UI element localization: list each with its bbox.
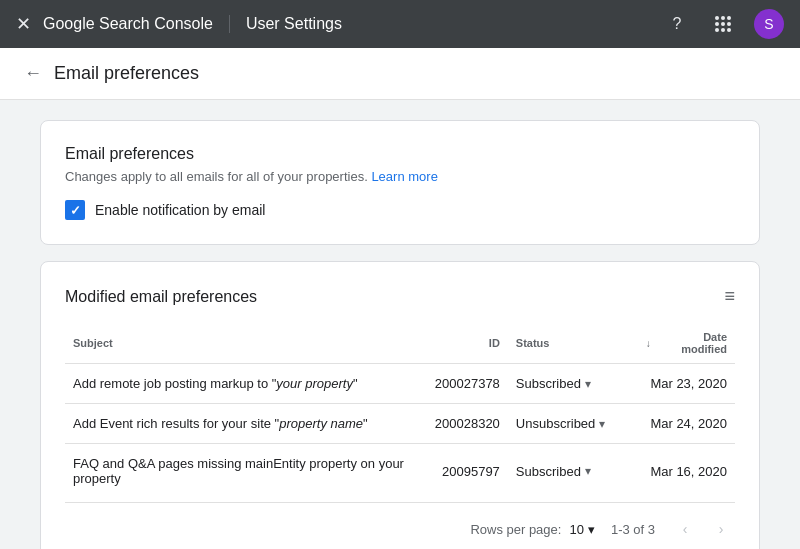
rows-per-page-select[interactable]: 10 ▾ [569, 522, 594, 537]
grid-icon [715, 16, 731, 32]
cell-date: Mar 16, 2020 [638, 444, 735, 499]
cell-status: Subscribed▾ [508, 444, 638, 499]
cell-date: Mar 24, 2020 [638, 404, 735, 444]
page-navigation: ‹ › [671, 515, 735, 543]
status-text: Subscribed [516, 376, 581, 391]
status-text: Subscribed [516, 464, 581, 479]
sub-header-title: Email preferences [54, 63, 199, 84]
status-dropdown[interactable]: Subscribed▾ [516, 464, 630, 479]
col-status: Status [508, 323, 638, 364]
subtitle-text: Changes apply to all emails for all of y… [65, 169, 368, 184]
back-button[interactable]: ← [24, 63, 42, 84]
cell-status: Subscribed▾ [508, 364, 638, 404]
notification-checkbox[interactable] [65, 200, 85, 220]
logo-text: Google Search Console [43, 15, 213, 33]
table-row: Add Event rich results for your site "pr… [65, 404, 735, 444]
email-preferences-card: Email preferences Changes apply to all e… [40, 120, 760, 245]
status-dropdown[interactable]: Subscribed▾ [516, 376, 630, 391]
cell-status: Unsubscribed▾ [508, 404, 638, 444]
next-page-button[interactable]: › [707, 515, 735, 543]
status-text: Unsubscribed [516, 416, 596, 431]
email-card-title: Email preferences [65, 145, 735, 163]
table-header-row: Subject ID Status ↓ Date modified [65, 323, 735, 364]
header-icons: ? S [662, 9, 784, 39]
rows-dropdown-icon: ▾ [588, 522, 595, 537]
cell-id: 20095797 [427, 444, 508, 499]
table-body: Add remote job posting markup to "your p… [65, 364, 735, 499]
app-logo: Google Search Console [43, 15, 230, 33]
preferences-table: Subject ID Status ↓ Date modified Add re… [65, 323, 735, 498]
col-id: ID [427, 323, 508, 364]
modified-card-title: Modified email preferences [65, 288, 257, 306]
col-date: ↓ Date modified [638, 323, 735, 364]
prev-page-button[interactable]: ‹ [671, 515, 699, 543]
app-header: ✕ Google Search Console User Settings ? … [0, 0, 800, 48]
learn-more-link[interactable]: Learn more [371, 169, 437, 184]
sub-header: ← Email preferences [0, 48, 800, 100]
cell-id: 200028320 [427, 404, 508, 444]
page-count: 1-3 of 3 [611, 522, 655, 537]
cell-subject: Add Event rich results for your site "pr… [65, 404, 427, 444]
table-header: Subject ID Status ↓ Date modified [65, 323, 735, 364]
page-title: User Settings [230, 15, 342, 33]
sort-down-icon[interactable]: ↓ [646, 338, 651, 349]
status-dropdown-arrow: ▾ [599, 417, 605, 431]
user-avatar[interactable]: S [754, 9, 784, 39]
email-card-subtitle: Changes apply to all emails for all of y… [65, 169, 735, 184]
modified-card-header: Modified email preferences ≡ [65, 286, 735, 307]
status-dropdown-arrow: ▾ [585, 377, 591, 391]
notification-label: Enable notification by email [95, 202, 265, 218]
table-row: Add remote job posting markup to "your p… [65, 364, 735, 404]
status-dropdown[interactable]: Unsubscribed▾ [516, 416, 630, 431]
cell-id: 200027378 [427, 364, 508, 404]
help-icon[interactable]: ? [662, 9, 692, 39]
cell-date: Mar 23, 2020 [638, 364, 735, 404]
apps-icon[interactable] [708, 9, 738, 39]
col-subject: Subject [65, 323, 427, 364]
table-row: FAQ and Q&A pages missing mainEntity pro… [65, 444, 735, 499]
filter-icon[interactable]: ≡ [724, 286, 735, 307]
rows-per-page-label: Rows per page: [470, 522, 561, 537]
rows-per-page-value: 10 [569, 522, 583, 537]
notification-checkbox-row: Enable notification by email [65, 200, 735, 220]
status-dropdown-arrow: ▾ [585, 464, 591, 478]
close-icon[interactable]: ✕ [16, 13, 31, 35]
cell-subject: FAQ and Q&A pages missing mainEntity pro… [65, 444, 427, 499]
rows-per-page: Rows per page: 10 ▾ [470, 522, 595, 537]
main-content: Email preferences Changes apply to all e… [0, 100, 800, 549]
pagination: Rows per page: 10 ▾ 1-3 of 3 ‹ › [65, 502, 735, 543]
modified-preferences-card: Modified email preferences ≡ Subject ID … [40, 261, 760, 549]
cell-subject: Add remote job posting markup to "your p… [65, 364, 427, 404]
